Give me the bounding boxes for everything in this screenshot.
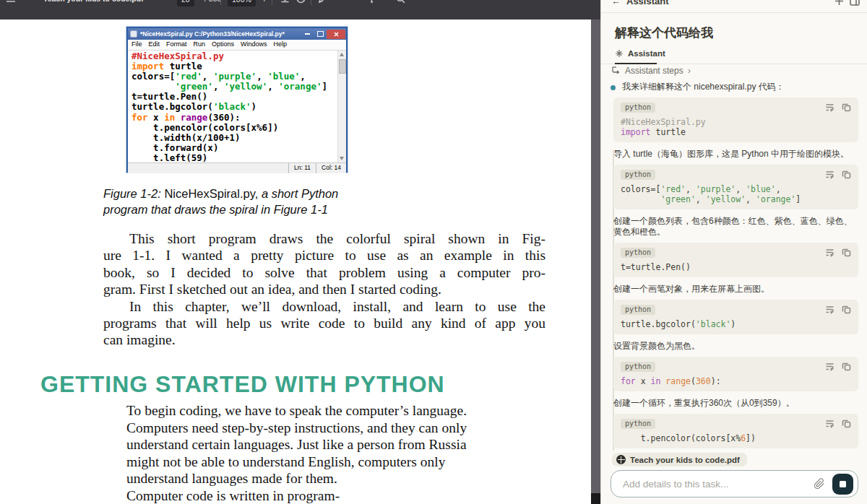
idle-code-line: t.width(x/100+1) xyxy=(131,133,336,143)
annotate-pen-icon[interactable] xyxy=(318,0,327,4)
step-text: 我来详细解释这个 nicehexspiral.py 代码： xyxy=(622,82,858,92)
idle-code-line: t.left(59) xyxy=(131,153,336,163)
status-line: Ln: 11 xyxy=(288,163,316,173)
assistant-steps-area: Assistant steps › 我来详细解释这个 nicehexspiral… xyxy=(601,56,867,504)
page-number-input[interactable]: 20 xyxy=(177,0,194,6)
idle-code-line: import turtle xyxy=(131,61,336,71)
wrap-lines-icon[interactable] xyxy=(825,305,834,314)
menu-hamburger-icon[interactable] xyxy=(6,0,16,3)
wrap-lines-icon[interactable] xyxy=(825,248,834,257)
figure-caption: Figure 1-2: NiceHexSpiral.py, a short Py… xyxy=(103,186,407,217)
text-line: book, so I decided to solve that problem… xyxy=(103,264,545,281)
text-line: In this chapter, we’ll download, install… xyxy=(103,298,545,315)
save-icon[interactable] xyxy=(280,0,290,4)
code-block: pythonturtle.bgcolor('black') xyxy=(613,300,858,334)
idle-code-line: #NiceHexSpiral.py xyxy=(131,51,336,61)
assistant-panel-header: ← Assistant xyxy=(601,0,867,13)
toolbar-separator xyxy=(311,0,311,5)
code-content: #NiceHexSpiral.pyimport turtle xyxy=(621,117,851,137)
copy-icon[interactable] xyxy=(842,419,851,428)
toolbar-document-title: Teach your kids to code.pdf xyxy=(43,0,144,5)
body-paragraph-2: To begin coding, we have to speak the co… xyxy=(126,402,531,504)
assistant-steps-toggle[interactable]: Assistant steps › xyxy=(611,65,858,76)
pdf-scrollbar-end xyxy=(591,493,600,504)
code-content: turtle.bgcolor('black') xyxy=(621,319,851,329)
text-line: can imagine. xyxy=(103,331,545,348)
idle-code: #NiceHexSpiral.pyimport turtlecolors=['r… xyxy=(128,51,346,163)
stop-generating-button[interactable] xyxy=(832,474,853,495)
idle-code-line: colors=['red', 'purple', 'blue', xyxy=(131,71,336,82)
idle-code-line: turtle.bgcolor('black') xyxy=(131,102,336,112)
code-content: colors=['red', 'purple', 'blue', 'green'… xyxy=(621,184,851,204)
code-language-chip: python xyxy=(621,419,655,429)
copy-icon[interactable] xyxy=(842,248,851,257)
idle-menu-run: Run xyxy=(194,40,206,50)
copy-icon[interactable] xyxy=(842,305,851,314)
wrap-lines-icon[interactable] xyxy=(825,419,834,428)
copy-icon[interactable] xyxy=(842,362,851,371)
step-text: 创建一个循环，重复执行360次（从0到359）。 xyxy=(613,398,858,409)
attachment-file-icon xyxy=(616,455,626,464)
history-clock-icon[interactable] xyxy=(296,0,306,4)
text-line: To begin coding, we have to speak the co… xyxy=(126,402,531,420)
zoom-in-button[interactable]: + xyxy=(262,0,267,6)
paperclip-icon[interactable] xyxy=(814,478,825,490)
screen: Teach your kids to code.pdf 20 / 335 100… xyxy=(0,0,867,504)
back-arrow-icon[interactable]: ← xyxy=(611,0,621,6)
wrap-lines-icon[interactable] xyxy=(825,103,834,112)
idle-window-title: *NiceHexSpiral.py C:/Python33/NiceHexSpi… xyxy=(137,30,301,38)
code-language-chip: python xyxy=(621,170,655,180)
task-input[interactable] xyxy=(621,478,814,490)
idle-menu-options: Options xyxy=(212,40,234,50)
new-chat-plus-icon[interactable] xyxy=(834,0,844,6)
toolbar-separator xyxy=(220,0,221,5)
idle-editor: #NiceHexSpiral.pyimport turtlecolors=['r… xyxy=(128,51,346,162)
pdf-toolbar-row: Teach your kids to code.pdf 20 / 335 100… xyxy=(0,0,600,8)
assistant-steps-label: Assistant steps xyxy=(625,66,683,76)
minimize-icon xyxy=(301,30,314,39)
idle-app-icon xyxy=(130,30,137,38)
idle-menu-edit: Edit xyxy=(149,40,160,50)
copy-icon[interactable] xyxy=(842,103,851,112)
panel-header-title: Assistant xyxy=(626,0,669,6)
composer-area: Teach your kids to code.pdf xyxy=(602,451,867,504)
pdf-scrollbar[interactable] xyxy=(591,19,600,504)
pdf-page: *NiceHexSpiral.py C:/Python33/NiceHexSpi… xyxy=(0,19,591,504)
task-input-row xyxy=(611,470,858,498)
attachment-label: Teach your kids to code.pdf xyxy=(630,456,740,464)
idle-scrollbar xyxy=(337,51,346,162)
step-text: 创建一个颜色列表，包含6种颜色：红色、紫色、蓝色、绿色、黄色和橙色。 xyxy=(613,216,858,238)
pdf-toolbar: Teach your kids to code.pdf 20 / 335 100… xyxy=(0,0,600,19)
code-language-chip: python xyxy=(621,305,655,315)
panel-layout-icon[interactable] xyxy=(850,0,860,6)
text-line: This short program draws the colorful sp… xyxy=(103,230,545,247)
maximize-icon xyxy=(314,30,327,39)
body-paragraph-1: This short program draws the colorful sp… xyxy=(103,230,545,349)
search-icon[interactable] xyxy=(396,0,405,4)
step-text: 设置背景颜色为黑色。 xyxy=(613,341,858,352)
chevron-right-icon: › xyxy=(688,65,691,76)
text-line: understand languages made for them. xyxy=(126,470,531,487)
toolbar-separator xyxy=(272,0,272,5)
figure-caption-label: Figure 1-2: xyxy=(103,187,164,200)
code-language-chip: python xyxy=(621,103,655,113)
attachment-chip[interactable]: Teach your kids to code.pdf xyxy=(612,453,747,466)
zoom-level-input[interactable]: 100% xyxy=(228,0,256,6)
code-block: pythoncolors=['red', 'purple', 'blue', '… xyxy=(613,165,858,209)
code-language-chip: python xyxy=(621,362,655,372)
text-line: Computer code is written in program- xyxy=(126,487,531,504)
idle-code-line: 'green', 'yellow', 'orange'] xyxy=(131,82,336,92)
wrap-lines-icon[interactable] xyxy=(825,362,834,371)
step-text: 创建一个画笔对象，用来在屏幕上画图。 xyxy=(613,284,858,295)
code-content: t.pencolor(colors[x%6]) xyxy=(621,433,851,443)
scroll-up-icon xyxy=(340,53,344,56)
code-content: t=turtle.Pen() xyxy=(621,262,851,272)
idle-window-screenshot: *NiceHexSpiral.py C:/Python33/NiceHexSpi… xyxy=(126,27,348,173)
idle-code-line: t=turtle.Pen() xyxy=(131,92,336,102)
wrap-lines-icon[interactable] xyxy=(825,170,834,179)
copy-icon[interactable] xyxy=(842,170,851,179)
stop-square-icon xyxy=(840,481,846,487)
code-block: pythonfor x in range(360): xyxy=(613,357,858,391)
idle-statusbar: Ln: 11 Col: 14 xyxy=(128,162,346,173)
text-select-icon[interactable] xyxy=(367,0,376,4)
